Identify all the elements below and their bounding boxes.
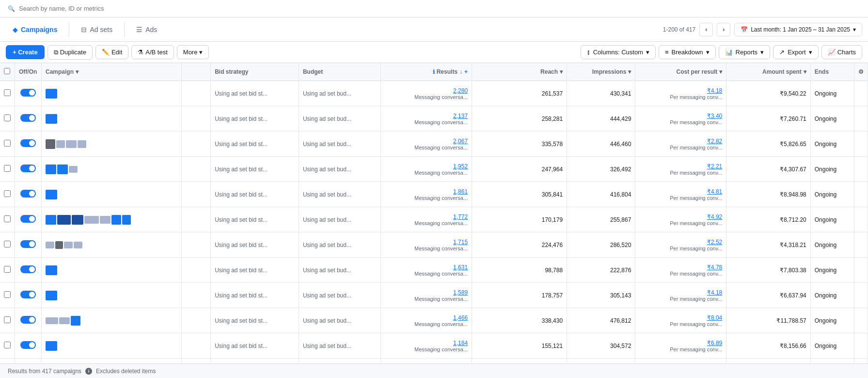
footer-info-icon[interactable]: i [85, 368, 92, 375]
campaign-cell[interactable] [42, 207, 182, 232]
duplicate-button[interactable]: ⧉ Duplicate [47, 45, 93, 60]
campaign-cell[interactable] [42, 333, 182, 359]
toggle-cell[interactable] [15, 182, 42, 207]
toggle-switch[interactable] [20, 89, 36, 97]
toggle-switch[interactable] [20, 265, 36, 273]
toggle-switch[interactable] [20, 240, 36, 248]
toggle-switch[interactable] [20, 190, 36, 197]
budget-header[interactable]: Budget [299, 63, 380, 81]
campaign-cell[interactable] [42, 182, 182, 207]
more-button[interactable]: More ▾ [177, 45, 209, 59]
row-checkbox[interactable] [4, 89, 11, 96]
campaign-cell[interactable] [42, 106, 182, 131]
off-on-header[interactable]: Off/On [15, 63, 42, 81]
toggle-cell[interactable] [15, 106, 42, 131]
campaign-cell[interactable] [42, 359, 182, 364]
toggle-cell[interactable] [15, 207, 42, 232]
row-checkbox[interactable] [4, 241, 11, 247]
row-checkbox[interactable] [4, 190, 11, 197]
toggle-cell[interactable] [15, 157, 42, 182]
reach-cell: 305,841 [472, 182, 567, 207]
bid-strategy-cell: Using ad set bid st... [211, 359, 299, 364]
pagination-prev-button[interactable]: ‹ [699, 23, 713, 36]
row-checkbox-cell[interactable] [0, 182, 15, 207]
campaign-cell[interactable] [42, 232, 182, 258]
row-checkbox-cell[interactable] [0, 359, 15, 364]
campaign-cell[interactable] [42, 258, 182, 283]
row-checkbox[interactable] [4, 115, 11, 121]
campaign-cell[interactable] [42, 157, 182, 182]
impressions-cell: 416,804 [567, 182, 635, 207]
toggle-switch[interactable] [20, 341, 36, 349]
ends-header[interactable]: Ends [810, 63, 854, 81]
pagination-next-button[interactable]: › [717, 23, 730, 36]
charts-button[interactable]: 📈 Charts [821, 45, 862, 59]
ends-cell: Ongoing [810, 207, 854, 232]
amount-spent-header[interactable]: Amount spent▾ [726, 63, 810, 81]
edit-button[interactable]: ✏️ Edit [95, 45, 128, 59]
settings-header[interactable]: ⚙ [854, 63, 868, 81]
toggle-cell[interactable] [15, 359, 42, 364]
date-range-button[interactable]: 📅 Last month: 1 Jan 2025 – 31 Jan 2025 ▾ [734, 23, 862, 36]
checkbox-header[interactable] [0, 63, 15, 81]
row-checkbox-cell[interactable] [0, 157, 15, 182]
nav-tab-campaigns[interactable]: ◆ Campaigns [6, 22, 64, 37]
toggle-switch[interactable] [20, 114, 36, 122]
columns-button[interactable]: ⫿ Columns: Custom ▾ [581, 45, 656, 59]
create-button[interactable]: + Create [6, 45, 45, 59]
row-checkbox[interactable] [4, 215, 11, 222]
table-row: Using ad set bid st...Using ad set bud..… [0, 182, 868, 207]
ab-test-button[interactable]: ⚗ A/B test [131, 45, 174, 59]
campaign-cell[interactable] [42, 81, 182, 106]
toggle-switch[interactable] [20, 291, 36, 298]
toggle-cell[interactable] [15, 308, 42, 333]
toggle-switch[interactable] [20, 316, 36, 324]
toggle-cell[interactable] [15, 333, 42, 359]
nav-tab-ads[interactable]: ☰ Ads [129, 22, 164, 37]
cost-per-result-header[interactable]: Cost per result▾ [635, 63, 726, 81]
toggle-switch[interactable] [20, 139, 36, 147]
campaign-cell[interactable] [42, 131, 182, 157]
reach-header[interactable]: Reach▾ [472, 63, 567, 81]
toggle-switch[interactable] [20, 164, 36, 172]
breakdown-button[interactable]: ≡ Breakdown ▾ [659, 45, 716, 59]
campaign-cell[interactable] [42, 283, 182, 308]
row-checkbox[interactable] [4, 291, 11, 298]
row-checkbox-cell[interactable] [0, 258, 15, 283]
impressions-cell: 390,630 [567, 359, 635, 364]
row-checkbox-cell[interactable] [0, 333, 15, 359]
row-checkbox-cell[interactable] [0, 207, 15, 232]
toggle-cell[interactable] [15, 258, 42, 283]
row-checkbox[interactable] [4, 165, 11, 172]
search-input[interactable] [19, 5, 860, 12]
campaign-bar [57, 215, 71, 225]
toggle-cell[interactable] [15, 131, 42, 157]
toggle-switch[interactable] [20, 215, 36, 223]
row-checkbox[interactable] [4, 140, 11, 147]
row-checkbox-cell[interactable] [0, 131, 15, 157]
row-checkbox[interactable] [4, 342, 11, 348]
budget-cell: Using ad set bud... [299, 258, 380, 283]
toggle-cell[interactable] [15, 283, 42, 308]
row-checkbox-cell[interactable] [0, 308, 15, 333]
row-checkbox-cell[interactable] [0, 283, 15, 308]
row-checkbox-cell[interactable] [0, 81, 15, 106]
cost-per-result-cell: ₹4.78Per messaging conv... [635, 258, 726, 283]
campaign-header[interactable]: Campaign▾ [42, 63, 182, 81]
campaign-cell[interactable] [42, 308, 182, 333]
results-action-icon[interactable]: + [464, 68, 468, 75]
reports-button[interactable]: 📊 Reports ▾ [719, 45, 771, 59]
toggle-cell[interactable] [15, 232, 42, 258]
search-bar[interactable]: 🔍 [0, 0, 868, 17]
row-checkbox[interactable] [4, 316, 11, 323]
row-checkbox-cell[interactable] [0, 106, 15, 131]
export-button[interactable]: ↗ Export ▾ [773, 45, 819, 59]
nav-tab-adsets[interactable]: ⊟ Ad sets [74, 22, 119, 37]
row-checkbox-cell[interactable] [0, 232, 15, 258]
toggle-cell[interactable] [15, 81, 42, 106]
results-header[interactable]: ℹ Results ↓ + [381, 63, 472, 81]
select-all-checkbox[interactable] [4, 68, 10, 74]
bid-strategy-header[interactable]: Bid strategy [211, 63, 299, 81]
row-checkbox[interactable] [4, 266, 11, 273]
impressions-header[interactable]: Impressions▾ [567, 63, 635, 81]
